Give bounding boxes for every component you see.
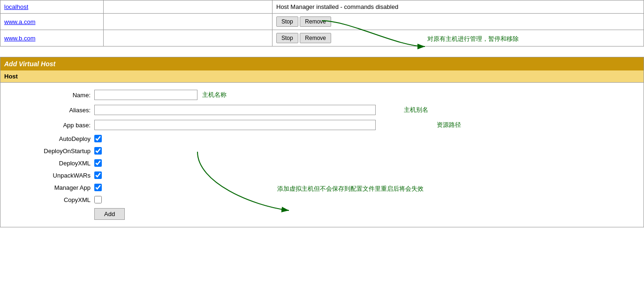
appbase-hint: 资源路径 — [437, 121, 461, 129]
warning-annotation: 添加虚拟主机但不会保存到配置文件里重启后将会失效 — [277, 185, 424, 193]
aliases-input[interactable] — [94, 105, 376, 115]
add-vhost-header: Add Virtual Host — [0, 57, 644, 70]
name-label: Name: — [0, 92, 94, 99]
autodeploy-row: AutoDeploy — [0, 135, 644, 142]
add-button[interactable]: Add — [94, 208, 125, 220]
stop-button-a[interactable]: Stop — [276, 16, 298, 27]
www-a-com-link[interactable]: www.a.com — [4, 18, 35, 25]
name-row: Name: 主机名称 — [0, 90, 644, 100]
deployonstartup-label: DeployOnStartup — [0, 148, 94, 155]
managerapp-label: Manager App — [0, 184, 94, 191]
unpackwars-label: UnpackWARs — [0, 172, 94, 179]
host-status-text: Host Manager installed - commands disabl… — [276, 3, 398, 10]
autodeploy-checkbox[interactable] — [94, 135, 102, 142]
deployonstartup-row: DeployOnStartup — [0, 147, 644, 155]
deployxml-checkbox[interactable] — [94, 159, 102, 167]
aliases-hint: 主机别名 — [404, 106, 428, 114]
appbase-row: App base: 资源路径 — [0, 120, 644, 130]
managerapp-checkbox[interactable] — [94, 184, 102, 191]
manage-annotation: 对原有主机进行管理，暂停和移除 — [427, 35, 519, 43]
stop-button-b[interactable]: Stop — [276, 33, 298, 43]
name-hint: 主机名称 — [202, 91, 227, 99]
add-virtual-host-section: Add Virtual Host Host Name: 主机名称 Aliases… — [0, 57, 644, 227]
autodeploy-label: AutoDeploy — [0, 135, 94, 142]
localhost-link[interactable]: localhost — [4, 3, 28, 10]
aliases-label: Aliases: — [0, 107, 94, 114]
copyxml-checkbox[interactable] — [94, 196, 102, 203]
remove-button-b[interactable]: Remove — [300, 33, 331, 43]
host-table: localhost Host Manager installed - comma… — [0, 0, 644, 47]
name-input[interactable] — [94, 90, 197, 100]
appbase-label: App base: — [0, 122, 94, 129]
table-row: www.a.com Stop Remove 对原 — [0, 14, 644, 30]
remove-button-a[interactable]: Remove — [300, 16, 331, 27]
aliases-row: Aliases: 主机别名 — [0, 105, 644, 115]
copyxml-label: CopyXML — [0, 196, 94, 203]
warning-arrow — [195, 149, 364, 215]
table-row: localhost Host Manager installed - comma… — [0, 0, 644, 14]
deployonstartup-checkbox[interactable] — [94, 147, 102, 155]
appbase-input[interactable] — [94, 120, 376, 130]
add-vhost-subheader: Host — [0, 70, 644, 83]
www-b-com-link[interactable]: www.b.com — [4, 35, 35, 42]
deployxml-label: DeployXML — [0, 160, 94, 167]
managerapp-row: Manager App 添加虚拟主机但不会保存到配置文件里重启后将会失效 — [0, 184, 644, 191]
table-row: www.b.com Stop Remove — [0, 30, 644, 47]
unpackwars-checkbox[interactable] — [94, 171, 102, 179]
